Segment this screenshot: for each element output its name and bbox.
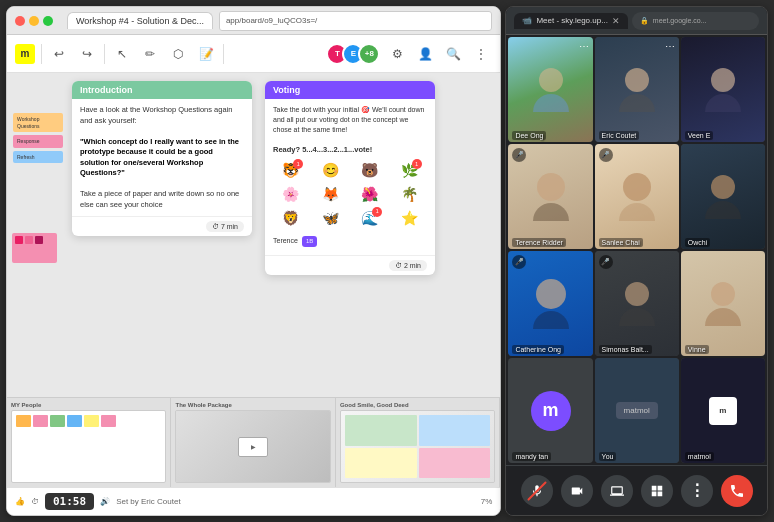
whole-package-thumbnail[interactable]: ▶ [175, 410, 330, 483]
emoji-4: 🌿1 [392, 161, 428, 181]
good-smile-label: Good Smile, Good Deed [340, 402, 495, 408]
redo-button[interactable]: ↪ [76, 43, 98, 65]
participant-name-you: You [599, 452, 617, 461]
tile-simonas[interactable]: 🎤 Simonas Balt... [595, 251, 679, 356]
miro-canvas[interactable]: Workshop Questions Response Refresh Intr… [7, 73, 500, 487]
my-people-thumbnail[interactable] [11, 410, 166, 483]
emoji-7: 🌺 [352, 185, 388, 205]
tile-eric-coutet[interactable]: Eric Coutet ⋯ [595, 37, 679, 142]
more-meet-button[interactable]: ⋮ [681, 475, 713, 507]
tile-veen[interactable]: Veen E [681, 37, 765, 142]
participant-name-vinne: Vinne [685, 345, 709, 354]
right-browser-window: 📹 Meet - sky.lego.up... ✕ 🔒 meet.google.… [505, 6, 768, 516]
undo-button[interactable]: ↩ [48, 43, 70, 65]
whole-package-section: The Whole Package ▶ [171, 398, 335, 487]
reaction-thumbs[interactable]: 👍 [15, 497, 25, 506]
participant-name-owchi: Owchi [685, 238, 710, 247]
miro-logo: m [15, 44, 35, 64]
miro-tab[interactable]: Workshop #4 - Solution & Dec... [67, 12, 213, 29]
countdown-timer: 01:58 [45, 493, 94, 510]
meet-tab-close[interactable]: ✕ [612, 16, 620, 26]
sticky-workshop-questions[interactable]: Workshop Questions [13, 113, 63, 132]
avatar-group: T E +8 [332, 43, 380, 65]
emoji-1: 🐯1 [273, 161, 309, 181]
avatar-3: +8 [358, 43, 380, 65]
intro-timer: ⏱ 7 min [206, 221, 244, 232]
hangup-button[interactable] [721, 475, 753, 507]
sticky-tool[interactable]: 📝 [195, 43, 217, 65]
meet-address-bar[interactable]: 🔒 meet.google.co... [632, 12, 759, 30]
mini-sticky-1 [16, 415, 31, 427]
intro-card: Introduction Have a look at the Workshop… [72, 81, 252, 236]
voting-card-header: Voting [265, 81, 435, 99]
zoom-level: 7% [481, 497, 493, 506]
settings-button[interactable]: ⚙ [386, 43, 408, 65]
mini-sticky-3 [50, 415, 65, 427]
participant-name-veen: Veen E [685, 131, 714, 140]
meet-browser-chrome: 📹 Meet - sky.lego.up... ✕ 🔒 meet.google.… [506, 7, 767, 35]
meet-tab-label: Meet - sky.lego.up... [536, 16, 607, 25]
emoji-3: 🐻 [352, 161, 388, 181]
person-dee [508, 37, 592, 142]
voter-name: Terence [273, 236, 298, 246]
meet-tab[interactable]: 📹 Meet - sky.lego.up... ✕ [514, 13, 627, 29]
emoji-5: 🌸 [273, 185, 309, 205]
good-smile-section: Good Smile, Good Deed [336, 398, 500, 487]
mute-sanlee: 🎤 [599, 148, 613, 162]
participant-name-mandy: mandy tan [512, 452, 551, 461]
more-options-eric[interactable]: ⋯ [665, 41, 675, 52]
close-button[interactable] [15, 16, 25, 26]
person-veen [681, 37, 765, 142]
traffic-lights [15, 16, 53, 26]
maximize-button[interactable] [43, 16, 53, 26]
divider [223, 44, 224, 64]
share-button[interactable]: 👤 [414, 43, 436, 65]
tile-terence[interactable]: 🎤 Terence Ridder [508, 144, 592, 249]
good-smile-thumbnail[interactable] [340, 410, 495, 483]
camera-button[interactable] [561, 475, 593, 507]
pen-tool[interactable]: ✏ [139, 43, 161, 65]
miro-toolbar: m ↩ ↪ ↖ ✏ ⬡ 📝 T E +8 ⚙ 👤 🔍 ⋮ [7, 35, 500, 73]
shape-tool[interactable]: ⬡ [167, 43, 189, 65]
meet-tab-icon: 📹 [522, 16, 532, 25]
tile-you[interactable]: matmol You [595, 358, 679, 463]
emoji-12: ⭐ [392, 209, 428, 229]
emoji-2: 😊 [313, 161, 349, 181]
tile-sanlee[interactable]: 🎤 Sanlee Chai [595, 144, 679, 249]
timer-icon: ⏱ [31, 497, 39, 506]
screen-share-button[interactable] [601, 475, 633, 507]
tile-dee-ong[interactable]: Dee Ong ⋯ [508, 37, 592, 142]
voter-badge: 1B [302, 236, 317, 246]
cursor-tool[interactable]: ↖ [111, 43, 133, 65]
search-button[interactable]: 🔍 [442, 43, 464, 65]
tile-vinne[interactable]: Vinne [681, 251, 765, 356]
mini-sticky-2 [33, 415, 48, 427]
tile-matmol[interactable]: m matmol [681, 358, 765, 463]
tile-catherine[interactable]: 🎤 Catherine Ong [508, 251, 592, 356]
more-options-button[interactable]: ⋮ [470, 43, 492, 65]
more-options-dee[interactable]: ⋯ [579, 41, 589, 52]
tile-mandy[interactable]: m mandy tan [508, 358, 592, 463]
address-bar-left[interactable]: app/board/o9_luQCO3s=/ [219, 11, 493, 31]
my-people-label: MY People [11, 402, 166, 408]
my-people-section: MY People [7, 398, 171, 487]
sticky-response[interactable]: Response [13, 135, 63, 148]
participant-name-eric: Eric Coutet [599, 131, 640, 140]
layout-button[interactable] [641, 475, 673, 507]
emoji-11: 🌊1 [352, 209, 388, 229]
mini-sticky-6 [101, 415, 116, 427]
tile-owchi[interactable]: Owchi [681, 144, 765, 249]
participant-name-matmol: matmol [685, 452, 714, 461]
intro-card-footer: ⏱ 7 min [72, 216, 252, 236]
browser-tabs: Workshop #4 - Solution & Dec... [67, 12, 213, 29]
volume-icon[interactable]: 🔊 [100, 497, 110, 506]
mute-button[interactable] [521, 475, 553, 507]
person-vinne [681, 251, 765, 356]
sticky-refresh[interactable]: Refresh [13, 151, 63, 164]
participant-name-simonas: Simonas Balt... [599, 345, 652, 354]
intro-card-header: Introduction [72, 81, 252, 99]
participant-name-catherine: Catherine Ong [512, 345, 564, 354]
canvas-thumbnails: MY People The Whole Package [7, 397, 500, 487]
voting-card: Voting Take the dot with your initial 🎯 … [265, 81, 435, 275]
minimize-button[interactable] [29, 16, 39, 26]
